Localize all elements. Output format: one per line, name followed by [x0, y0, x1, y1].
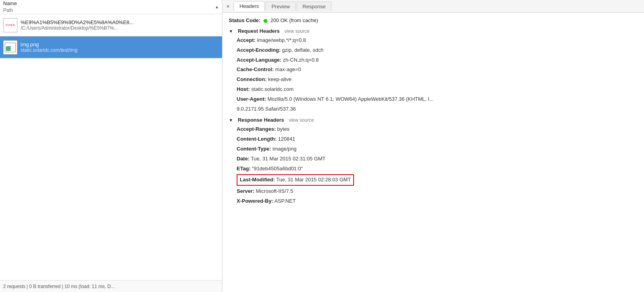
tab-headers[interactable]: Headers [233, 1, 265, 11]
response-headers-list: Accept-Ranges: bytes Content-Length: 120… [229, 124, 638, 206]
file-icon-img [3, 40, 17, 55]
close-button[interactable]: × [224, 3, 232, 9]
tab-response[interactable]: Response [297, 2, 332, 11]
header-row: Connection: keep-alive [229, 75, 638, 85]
response-headers-title: Response Headers [238, 117, 284, 123]
last-modified-key: Last-Modified: [240, 177, 275, 183]
header-row: Accept-Encoding: gzip, deflate, sdch [229, 45, 638, 55]
request-headers-list: Accept: image/webp,*/*;q=0.8 Accept-Enco… [229, 36, 638, 114]
path-column-label: Path [3, 7, 17, 14]
file-path-selected: static.solaridc.com/test/img [21, 47, 77, 53]
header-row: 9.0.2171.95 Safari/537.36 [229, 104, 638, 114]
left-panel: Name Path ▲ <> %E9%A1%B5%E9%9D%A2%E5%8A%… [0, 0, 222, 292]
file-name-selected: img.png [21, 41, 77, 47]
header-row: Accept-Language: zh-CN,zh;q=0.8 [229, 55, 638, 65]
response-headers-section: ▼ Response Headers view source [229, 117, 638, 123]
file-item-selected[interactable]: img.png static.solaridc.com/test/img [0, 36, 222, 58]
tab-preview[interactable]: Preview [266, 2, 296, 11]
status-line: Status Code: 200 OK (from cache) [229, 16, 638, 26]
header-row: Date: Tue, 31 Mar 2015 02:31:05 GMT [229, 154, 638, 164]
request-view-source[interactable]: view source [284, 28, 309, 34]
headers-content: Status Code: 200 OK (from cache) ▼ Reque… [222, 13, 644, 292]
img-thumbnail [5, 43, 16, 52]
status-label: Status Code: [229, 17, 260, 23]
header-row: X-Powered-By: ASP.NET [229, 196, 638, 206]
response-view-source[interactable]: view source [289, 117, 314, 123]
left-footer: 2 requests | 0 B transferred | 10 ms (lo… [0, 280, 222, 292]
header-row: Accept: image/webp,*/*;q=0.8 [229, 36, 638, 45]
request-headers-title: Request Headers [238, 28, 280, 34]
request-headers-section: ▼ Request Headers view source [229, 28, 638, 34]
request-headers-triangle: ▼ [229, 29, 233, 34]
response-headers-triangle: ▼ [229, 118, 233, 122]
file-path: /C:/Users/Administrator/Desktop/%E5%B7%.… [21, 25, 134, 31]
right-panel: × Headers Preview Response Status Code: … [222, 0, 644, 292]
sort-icon[interactable]: ▲ [215, 5, 219, 9]
html-icon: <> [10, 23, 15, 27]
name-column-label: Name [3, 0, 17, 7]
header-row: Cache-Control: max-age=0 [229, 65, 638, 75]
header-row: User-Agent: Mozilla/5.0 (Windows NT 6.1;… [229, 94, 638, 104]
last-modified-row: Last-Modified: Tue, 31 Mar 2015 02:28:03… [229, 173, 638, 187]
file-item[interactable]: <> %E9%A1%B5%E9%9D%A2%E5%8A%A0%E8... /C:… [0, 14, 222, 36]
header-row: Server: Microsoft-IIS/7.5 [229, 187, 638, 196]
status-dot [264, 19, 267, 23]
last-modified-value: Tue, 31 Mar 2015 02:28:03 GMT [276, 177, 351, 183]
header-row: Accept-Ranges: bytes [229, 124, 638, 134]
footer-status: 2 requests | 0 B transferred | 10 ms (lo… [3, 284, 115, 289]
header-row: Host: static.solaridc.com [229, 85, 638, 94]
file-list: <> %E9%A1%B5%E9%9D%A2%E5%8A%A0%E8... /C:… [0, 14, 222, 280]
file-list-header: Name Path ▲ [0, 0, 222, 14]
header-row: Content-Type: image/png [229, 144, 638, 154]
file-name: %E9%A1%B5%E9%9D%A2%E5%8A%A0%E8... [21, 19, 134, 25]
tabs-bar: × Headers Preview Response [222, 0, 644, 13]
file-icon-html: <> [3, 18, 17, 32]
header-row: Content-Length: 120841 [229, 134, 638, 144]
header-row: ETag: "91deb4505a6bd01:0" [229, 164, 638, 174]
status-value: 200 OK (from cache) [270, 17, 318, 23]
